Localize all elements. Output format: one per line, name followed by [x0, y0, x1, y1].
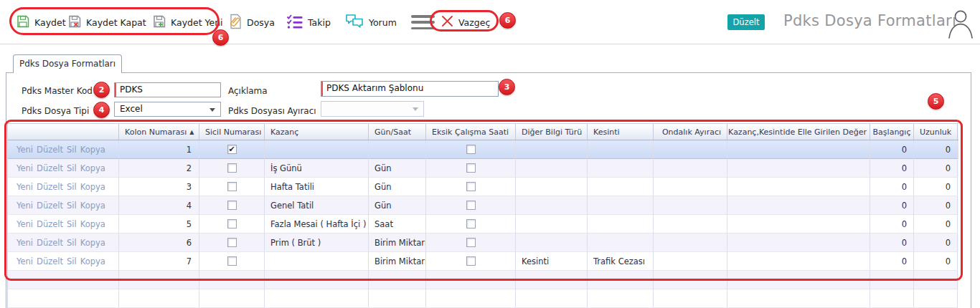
row-action-kopya[interactable]: Kopya — [80, 219, 105, 229]
row-action-sil[interactable]: Sil — [67, 238, 77, 248]
row-action-kopya[interactable]: Kopya — [80, 182, 105, 192]
eksik-checkbox[interactable] — [466, 182, 476, 191]
cell-diger — [516, 215, 588, 234]
annotation-badge-4: 4 — [93, 102, 110, 118]
column-header-diger-bilgi-turu[interactable]: Diğer Bilgi Türü — [516, 124, 588, 140]
row-action-duzelt[interactable]: Düzelt — [37, 201, 63, 211]
table-row[interactable]: YeniDüzeltSilKopya 2 İş Günü Gün 0 0 — [8, 159, 958, 178]
tab-pdks-dosya-formatlari[interactable]: Pdks Dosya Formatları — [13, 54, 122, 73]
row-action-yeni[interactable]: Yeni — [17, 145, 33, 155]
follow-button[interactable]: Takip — [286, 9, 331, 36]
aciklama-input[interactable]: PDKS Aktarım Şablonu — [321, 81, 499, 97]
row-action-duzelt[interactable]: Düzelt — [37, 256, 63, 266]
row-action-yeni[interactable]: Yeni — [17, 256, 33, 266]
column-header-baslangic[interactable]: Başlangıç — [870, 124, 914, 140]
row-action-kopya[interactable]: Kopya — [80, 163, 105, 173]
save-close-button[interactable]: Kaydet Kapat — [67, 9, 146, 36]
column-header-kesinti[interactable]: Kesinti — [588, 124, 654, 140]
ayiraci-label: Pdks Dosyası Ayıracı — [228, 106, 316, 116]
row-action-yeni[interactable]: Yeni — [17, 238, 33, 248]
column-header-eksik-calisma-saati[interactable]: Eksik Çalışma Saati — [426, 124, 516, 140]
row-action-duzelt[interactable]: Düzelt — [37, 219, 63, 229]
dosya-tipi-select[interactable]: Excel — [114, 102, 221, 117]
row-action-sil[interactable]: Sil — [67, 219, 77, 229]
row-action-yeni[interactable]: Yeni — [17, 182, 33, 192]
table-row[interactable]: YeniDüzeltSilKopya 5 Fazla Mesai ( Hafta… — [8, 215, 958, 234]
row-action-duzelt[interactable]: Düzelt — [37, 163, 63, 173]
table-row[interactable]: YeniDüzeltSilKopya 1 ✔ 0 0 — [8, 140, 958, 159]
column-header-kazanc[interactable]: Kazanç — [265, 124, 369, 140]
annotation-badge-6-save: 6 — [212, 29, 229, 46]
row-action-sil[interactable]: Sil — [67, 201, 77, 211]
sicil-checkbox[interactable] — [227, 219, 237, 228]
master-kod-input[interactable]: PDKS — [114, 82, 221, 97]
cell-kazanc: Fazla Mesai ( Hafta İçi ) — [265, 215, 369, 234]
comment-button-label: Yorum — [369, 17, 397, 28]
column-header-gun-saat[interactable]: Gün/Saat — [369, 124, 426, 140]
toolbar: Kaydet Kaydet Kapat Kaydet Yeni Dosya Ta… — [0, 0, 980, 44]
cell-kolon: 6 — [119, 234, 199, 252]
table-row-empty[interactable] — [8, 271, 958, 289]
row-action-yeni[interactable]: Yeni — [17, 219, 33, 229]
cell-uzunluk: 0 — [914, 234, 958, 252]
dropdown-arrow-icon — [209, 108, 215, 112]
table-row[interactable]: YeniDüzeltSilKopya 7 Birim Miktarı Kesin… — [8, 252, 958, 271]
menu-hamburger-icon[interactable] — [411, 15, 435, 29]
row-action-sil[interactable]: Sil — [67, 163, 77, 173]
table-row[interactable]: YeniDüzeltSilKopya 4 Genel Tatil Gün 0 0 — [8, 196, 958, 215]
eksik-checkbox[interactable] — [466, 163, 476, 173]
cell-gun-saat: Gün — [369, 178, 426, 196]
sicil-checkbox[interactable] — [227, 182, 237, 191]
file-button[interactable]: Dosya — [228, 9, 275, 36]
sicil-checkbox[interactable] — [227, 238, 237, 247]
column-header-sicil-numarasi[interactable]: Sicil Numarası — [199, 124, 265, 140]
row-action-sil[interactable]: Sil — [67, 145, 77, 155]
cancel-button[interactable]: Vazgeç — [440, 9, 490, 36]
row-action-sil[interactable]: Sil — [67, 182, 77, 192]
eksik-checkbox[interactable] — [466, 145, 476, 154]
edit-mode-button[interactable]: Düzelt — [727, 14, 765, 30]
eksik-checkbox[interactable] — [466, 201, 476, 210]
row-action-duzelt[interactable]: Düzelt — [37, 182, 63, 192]
cell-baslangic: 0 — [870, 234, 914, 252]
user-profile-icon[interactable] — [947, 8, 974, 42]
row-action-duzelt[interactable]: Düzelt — [37, 145, 63, 155]
row-action-yeni[interactable]: Yeni — [17, 201, 33, 211]
table-row-empty[interactable] — [8, 289, 958, 308]
column-header-ondalik-ayiraci[interactable]: Ondalık Ayıracı — [654, 124, 727, 140]
column-header-uzunluk[interactable]: Uzunluk — [914, 124, 958, 140]
cell-kolon: 5 — [119, 215, 199, 234]
row-action-duzelt[interactable]: Düzelt — [37, 238, 63, 248]
cell-kazanc: Hafta Tatili — [265, 178, 369, 196]
sicil-checkbox[interactable] — [227, 201, 237, 210]
row-action-kopya[interactable]: Kopya — [80, 238, 105, 248]
save-button[interactable]: Kaydet — [16, 9, 66, 36]
cell-baslangic: 0 — [870, 140, 914, 159]
eksik-checkbox[interactable] — [466, 219, 476, 228]
table-row[interactable]: YeniDüzeltSilKopya 6 Prim ( Brüt ) Birim… — [8, 234, 958, 252]
save-new-button-label: Kaydet Yeni — [171, 17, 223, 28]
cell-baslangic: 0 — [870, 196, 914, 215]
cell-baslangic: 0 — [870, 159, 914, 178]
sicil-checkbox[interactable] — [227, 163, 237, 173]
column-header-label: Kolon Numarası — [125, 127, 187, 137]
sicil-checkbox[interactable] — [227, 256, 237, 266]
comment-button[interactable]: Yorum — [344, 9, 397, 36]
file-button-label: Dosya — [247, 17, 275, 28]
table-row[interactable]: YeniDüzeltSilKopya 3 Hafta Tatili Gün 0 … — [8, 178, 958, 196]
eksik-checkbox[interactable] — [466, 256, 476, 266]
column-header-kolon-numarasi[interactable]: Kolon Numarası ▲ — [119, 124, 199, 140]
cell-diger — [516, 159, 588, 178]
row-action-kopya[interactable]: Kopya — [80, 145, 105, 155]
cell-kesinti — [588, 234, 654, 252]
sicil-checkbox[interactable]: ✔ — [227, 145, 237, 154]
cell-kolon: 4 — [119, 196, 199, 215]
save-new-button[interactable]: Kaydet Yeni — [152, 9, 223, 36]
row-action-sil[interactable]: Sil — [67, 256, 77, 266]
row-action-kopya[interactable]: Kopya — [80, 256, 105, 266]
cell-gun-saat: Saat — [369, 215, 426, 234]
eksik-checkbox[interactable] — [466, 238, 476, 247]
row-action-kopya[interactable]: Kopya — [80, 201, 105, 211]
row-action-yeni[interactable]: Yeni — [17, 163, 33, 173]
column-header-elle-girilen-deger[interactable]: Kazanç,Kesintide Elle Girilen Değer — [727, 124, 870, 140]
